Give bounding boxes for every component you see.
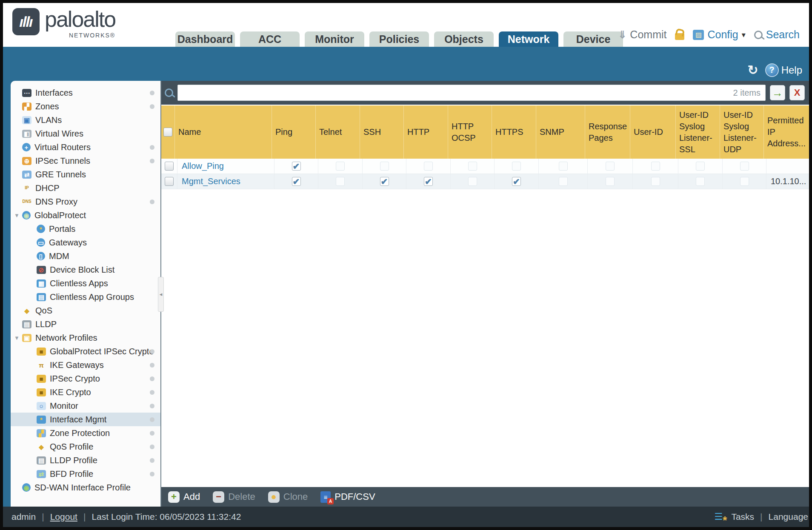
- sidebar-item-clientless-apps[interactable]: ▦Clientless Apps: [11, 276, 160, 290]
- sidebar-item-gateways[interactable]: ▭Gateways: [11, 236, 160, 249]
- sidebar-item-lldp-profile[interactable]: ▤LLDP Profile: [11, 453, 160, 467]
- sidebar-item-interfaces[interactable]: ⋯Interfaces: [11, 86, 160, 100]
- tab-monitor[interactable]: Monitor: [305, 31, 364, 47]
- column-header-permitted-ip[interactable]: Permitted IP Address...: [764, 105, 809, 159]
- add-button[interactable]: +Add: [168, 491, 200, 503]
- column-header-user-id[interactable]: User-ID: [630, 105, 676, 159]
- sidebar-item-monitor[interactable]: ○Monitor: [11, 399, 160, 413]
- http_ocsp-checkbox: [468, 177, 477, 186]
- expand-arrow-icon[interactable]: ▼: [14, 335, 20, 341]
- sidebar-item-globalprotect-ipsec-crypto[interactable]: ■GlobalProtect IPSec Crypto: [11, 345, 160, 358]
- sidebar-item-network-profiles[interactable]: ▼▣Network Profiles: [11, 331, 160, 345]
- clone-button[interactable]: ●Clone: [268, 491, 308, 503]
- sidebar-item-sd-wan-interface-profile[interactable]: ◉SD-WAN Interface Profile: [11, 481, 160, 494]
- column-header-snmp[interactable]: SNMP: [536, 105, 585, 159]
- clear-filter-button[interactable]: X: [789, 85, 805, 100]
- commit-button[interactable]: ⇓ Commit: [618, 28, 666, 41]
- sidebar-item-device-block-list[interactable]: ⊘Device Block List: [11, 263, 160, 276]
- sidebar-item-qos-profile[interactable]: ◆QoS Profile: [11, 440, 160, 453]
- sidebar-item-qos[interactable]: ◆QoS: [11, 304, 160, 317]
- logout-link[interactable]: Logout: [50, 512, 77, 522]
- column-header-http-ocsp[interactable]: HTTP OCSP: [448, 105, 492, 159]
- sidebar-item-globalprotect[interactable]: ▼◉GlobalProtect: [11, 208, 160, 222]
- sidebar-item-ike-crypto[interactable]: ■IKE Crypto: [11, 385, 160, 399]
- tab-dashboard[interactable]: Dashboard: [175, 31, 235, 47]
- sidebar-item-mdm[interactable]: ▯MDM: [11, 249, 160, 263]
- zones-icon: ▞: [22, 103, 31, 111]
- uid_syslog_udp-checkbox: [740, 177, 749, 186]
- telnet-checkbox: [336, 177, 345, 186]
- sidebar-item-virtual-routers[interactable]: +Virtual Routers: [11, 140, 160, 154]
- config-menu[interactable]: ▨ Config ▾: [693, 28, 745, 41]
- sidebar-item-portals[interactable]: *Portals: [11, 222, 160, 236]
- select-all-checkbox[interactable]: [163, 128, 172, 137]
- sidebar-item-lldp[interactable]: ▤LLDP: [11, 317, 160, 331]
- tab-objects[interactable]: Objects: [434, 31, 494, 47]
- gateways-icon: ▭: [37, 238, 45, 247]
- search-button[interactable]: Search: [754, 28, 800, 41]
- help-button[interactable]: ? Help: [765, 63, 802, 77]
- sidebar-item-zone-protection[interactable]: ▞Zone Protection: [11, 426, 160, 440]
- sidebar-item-interface-mgmt[interactable]: *Interface Mgmt: [11, 413, 160, 426]
- response_pages-cell: [588, 159, 633, 174]
- refresh-icon[interactable]: ↻: [748, 63, 758, 77]
- sidebar-item-bfd-profile[interactable]: ⇄BFD Profile: [11, 467, 160, 481]
- sdwan-interface-profile-icon: ◉: [22, 483, 31, 492]
- column-header-ping[interactable]: Ping: [272, 105, 316, 159]
- sidebar-item-dns-proxy[interactable]: DNSDNS Proxy: [11, 195, 160, 208]
- sidebar-item-label: GlobalProtect: [34, 211, 160, 220]
- lock-icon[interactable]: [675, 33, 684, 40]
- tasks-button[interactable]: Tasks: [731, 512, 754, 522]
- sidebar-item-clientless-app-groups[interactable]: ▤Clientless App Groups: [11, 290, 160, 304]
- row-select-checkbox[interactable]: [165, 177, 174, 186]
- brand-name: paloalto: [45, 8, 115, 30]
- sidebar-item-zones[interactable]: ▞Zones: [11, 100, 160, 113]
- column-header-telnet[interactable]: Telnet: [316, 105, 360, 159]
- ssh-checkbox: ✔: [380, 177, 389, 186]
- content-area: ⋯Interfaces▞Zones▣VLANs◧Virtual Wires+Vi…: [3, 81, 809, 507]
- filter-text-input[interactable]: [177, 85, 766, 101]
- sidebar-item-gre-tunnels[interactable]: ⇄GRE Tunnels: [11, 168, 160, 181]
- tab-device[interactable]: Device: [563, 31, 623, 47]
- uid_syslog_ssl-cell: [678, 174, 723, 189]
- clone-icon: ●: [268, 491, 280, 503]
- column-header-name[interactable]: Name: [175, 105, 272, 159]
- column-header-label: Permitted IP Address...: [767, 115, 806, 149]
- delete-button[interactable]: −Delete: [213, 491, 255, 503]
- ping-cell: ✔: [274, 174, 318, 189]
- column-header-uid-syslog-ssl[interactable]: User-ID Syslog Listener-SSL: [676, 105, 720, 159]
- apply-filter-button[interactable]: →: [770, 85, 785, 100]
- tab-acc[interactable]: ACC: [240, 31, 300, 47]
- sidebar-item-dhcp[interactable]: IPDHCP: [11, 181, 160, 195]
- search-icon: [754, 31, 763, 39]
- tab-network[interactable]: Network: [499, 31, 558, 47]
- column-header-ssh[interactable]: SSH: [360, 105, 404, 159]
- sidebar-item-virtual-wires[interactable]: ◧Virtual Wires: [11, 127, 160, 140]
- column-header-response-pages[interactable]: Response Pages: [585, 105, 630, 159]
- uid_syslog_udp-cell: [723, 159, 766, 174]
- column-header-https[interactable]: HTTPS: [492, 105, 536, 159]
- sidebar-item-ipsec-crypto[interactable]: ■IPSec Crypto: [11, 372, 160, 385]
- dhcp-icon: IP: [22, 184, 31, 192]
- sidebar-item-label: LLDP Profile: [50, 456, 160, 465]
- sidebar-item-ipsec-tunnels[interactable]: ⊕IPSec Tunnels: [11, 154, 160, 168]
- commit-label: Commit: [630, 28, 666, 41]
- expand-arrow-icon[interactable]: ▼: [14, 212, 20, 219]
- item-dot: [150, 390, 154, 395]
- sidebar-collapse-handle[interactable]: ◂: [158, 277, 164, 312]
- pdf-csv-button[interactable]: ≡PDF/CSV: [320, 491, 375, 503]
- column-header-uid-syslog-udp[interactable]: User-ID Syslog Listener-UDP: [720, 105, 764, 159]
- tab-policies[interactable]: Policies: [369, 31, 429, 47]
- clear-filter-icon: X: [794, 88, 801, 97]
- profile-name-link[interactable]: Allow_Ping: [177, 161, 224, 171]
- filter-search-icon: [165, 88, 173, 97]
- sidebar-item-ike-gateways[interactable]: πIKE Gateways: [11, 358, 160, 372]
- language-button[interactable]: Language: [769, 512, 808, 522]
- row-select-checkbox[interactable]: [165, 162, 174, 171]
- network-profiles-icon: ▣: [22, 334, 31, 342]
- column-header-http[interactable]: HTTP: [404, 105, 448, 159]
- http_ocsp-cell: [451, 159, 495, 174]
- sidebar-item-vlans[interactable]: ▣VLANs: [11, 113, 160, 127]
- band-actions: ↻ ? Help: [748, 63, 803, 77]
- profile-name-link[interactable]: Mgmt_Services: [177, 177, 240, 186]
